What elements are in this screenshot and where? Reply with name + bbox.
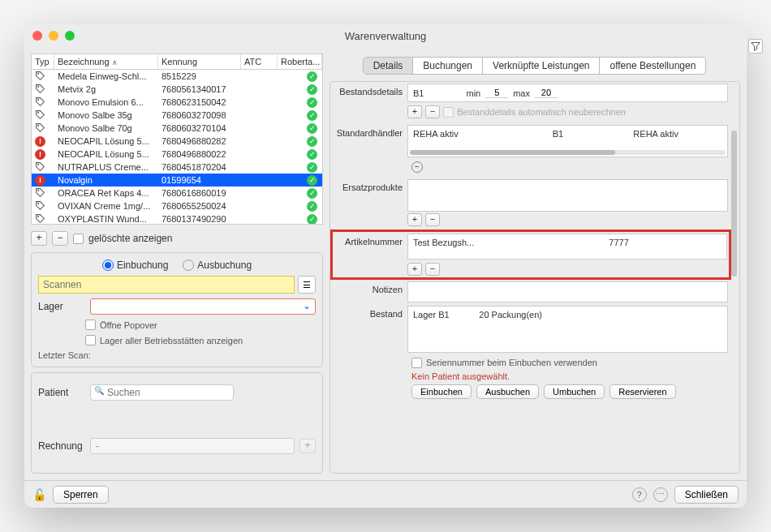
tab-buchungen[interactable]: Buchungen	[412, 57, 483, 75]
tag-icon	[35, 187, 46, 199]
sort-indicator-icon: ∧	[112, 58, 118, 66]
bestand-content[interactable]: Lager B1 20 Packung(en)	[407, 306, 728, 353]
serial-checkbox[interactable]	[411, 358, 422, 368]
status-ok-icon: ✓	[307, 201, 317, 212]
lock-icon[interactable]: 🔓	[32, 488, 46, 501]
table-row[interactable]: !NEOCAPIL Lösung 5...7680496880282✓	[32, 135, 322, 148]
table-row[interactable]: OXYPLASTIN Wund...7680137490290✓	[32, 212, 322, 225]
tag-icon	[35, 161, 46, 173]
table-row[interactable]: ORACEA Ret Kaps 4...7680616860019✓	[32, 187, 322, 200]
tag-icon	[35, 200, 46, 212]
detail-panel: Bestandsdetails B1 min max + − Besta	[330, 81, 740, 474]
svg-point-1	[37, 86, 39, 88]
status-ok-icon: ✓	[307, 97, 317, 108]
add-article-button[interactable]: +	[31, 231, 47, 246]
table-body[interactable]: Medela Einweg-Schl...8515229✓Metvix 2g76…	[31, 69, 323, 225]
col-kennung[interactable]: Kennung	[158, 54, 241, 69]
status-ok-icon: ✓	[307, 110, 317, 121]
scan-input[interactable]	[38, 276, 295, 294]
table-row[interactable]: OVIXAN Creme 1mg/...7680655250024✓	[32, 200, 322, 212]
help-icon[interactable]: ?	[632, 487, 647, 502]
notizen-label: Notizen	[330, 280, 407, 304]
ersatz-add-button[interactable]: +	[407, 213, 422, 226]
scan-list-button[interactable]: ☰	[298, 276, 316, 294]
artnr-remove-button[interactable]: −	[425, 263, 440, 276]
radio-einbuchung[interactable]: Einbuchung	[102, 260, 168, 271]
right-column: Details Buchungen Verknüpfte Leistungen …	[330, 54, 740, 474]
tag-icon	[35, 122, 46, 134]
standardhaendler-label: Standardhändler	[330, 123, 407, 159]
status-ok-icon: ✓	[307, 188, 317, 199]
status-ok-icon: ✓	[307, 123, 317, 134]
col-roberta[interactable]: Roberta...	[278, 54, 322, 69]
max-input[interactable]	[535, 88, 558, 98]
open-popover-checkbox[interactable]	[85, 320, 96, 330]
radio-ausbuchung[interactable]: Ausbuchung	[183, 260, 252, 271]
col-bezeichnung[interactable]: Bezeichnung ∧	[54, 54, 158, 69]
status-ok-icon: ✓	[307, 71, 317, 82]
artnr-add-button[interactable]: +	[407, 263, 422, 276]
tab-bestellungen[interactable]: offene Bestellungen	[599, 57, 706, 75]
table-row[interactable]: Monovo Emulsion 6...7680623150042✓	[32, 96, 322, 109]
scrollbar-thumb[interactable]	[731, 131, 737, 277]
all-locations-checkbox[interactable]	[85, 335, 96, 345]
reservieren-button[interactable]: Reservieren	[609, 384, 675, 399]
umbuchen-button[interactable]: Umbuchen	[544, 384, 605, 399]
table-row[interactable]: NUTRAPLUS Creme...7680451870204✓	[32, 161, 322, 174]
status-ok-icon: ✓	[307, 162, 317, 173]
table-row[interactable]: Monovo Salbe 70g7680603270104✓	[32, 122, 322, 135]
table-row[interactable]: !NEOCAPIL Lösung 5...7680496880022✓	[32, 148, 322, 161]
table-row[interactable]: !Novalgin01599654✓	[32, 174, 322, 187]
open-popover-label: Öffne Popover	[100, 320, 157, 330]
rechnung-label: Rechnung	[38, 440, 85, 452]
sperren-button[interactable]: Sperren	[53, 486, 109, 504]
add-rechnung-button: +	[299, 439, 316, 453]
settings-icon[interactable]: ⋯	[653, 487, 668, 502]
tab-details[interactable]: Details	[363, 57, 414, 75]
remove-article-button[interactable]: −	[52, 231, 68, 246]
article-table: Typ Bezeichnung ∧ Kennung ATC Roberta...…	[31, 54, 323, 225]
show-deleted-label: gelöschte anzeigen	[88, 233, 172, 244]
rechnung-select[interactable]: -	[90, 438, 295, 454]
bestandsdetails-remove-button[interactable]: −	[425, 105, 440, 118]
status-ok-icon: ✓	[307, 149, 317, 160]
close-button[interactable]: Schließen	[674, 486, 739, 504]
bestand-label: Bestand	[330, 304, 407, 354]
table-row[interactable]: Metvix 2g7680561340017✓	[32, 83, 322, 96]
titlebar: Warenverwaltung	[24, 24, 747, 47]
col-typ[interactable]: Typ	[32, 54, 54, 69]
remove-haendler-icon[interactable]: −	[411, 161, 423, 173]
tab-leistungen[interactable]: Verknüpfte Leistungen	[482, 57, 600, 75]
artikelnummer-row: Artikelnummer Test Bezugsh... 7777 + −	[330, 230, 731, 280]
tag-icon	[35, 109, 46, 121]
tag-icon	[35, 84, 46, 95]
ersatz-remove-button[interactable]: −	[425, 213, 440, 226]
lager-select[interactable]	[90, 298, 316, 315]
serial-label: Seriennummer beim Einbuchen verwenden	[426, 358, 597, 367]
show-deleted-checkbox[interactable]	[73, 234, 84, 244]
tag-icon	[35, 213, 46, 225]
artikelnummer-content[interactable]: Test Bezugsh... 7777	[407, 234, 727, 260]
min-input[interactable]	[485, 88, 508, 98]
ersatzprodukte-content[interactable]	[407, 179, 728, 212]
col-atc[interactable]: ATC	[241, 54, 278, 69]
auto-recalc-checkbox[interactable]	[443, 107, 454, 118]
bestandsdetails-content: B1 min max	[407, 84, 728, 102]
svg-point-5	[37, 164, 39, 165]
ausbuchen-button[interactable]: Ausbuchen	[476, 384, 539, 399]
table-row[interactable]: Monovo Salbe 35g7680603270098✓	[32, 109, 322, 122]
patient-search-input[interactable]	[90, 384, 234, 401]
patient-label: Patient	[38, 387, 85, 398]
bestandsdetails-label: Bestandsdetails	[330, 82, 407, 104]
bestandsdetails-add-button[interactable]: +	[407, 105, 422, 118]
einbuchen-button[interactable]: Einbuchen	[411, 384, 472, 399]
artikelnummer-label: Artikelnummer	[333, 232, 407, 277]
no-patient-warning: Kein Patient ausgewählt.	[411, 371, 739, 381]
notizen-content[interactable]	[407, 281, 728, 302]
table-row[interactable]: Medela Einweg-Schl...8515229✓	[32, 70, 322, 83]
standardhaendler-content[interactable]: REHA aktiv B1 REHA aktiv	[407, 125, 728, 157]
table-header: Typ Bezeichnung ∧ Kennung ATC Roberta...	[31, 54, 323, 69]
svg-point-7	[37, 203, 39, 204]
svg-point-2	[37, 99, 39, 101]
main-body: Typ Bezeichnung ∧ Kennung ATC Roberta...…	[24, 47, 747, 480]
